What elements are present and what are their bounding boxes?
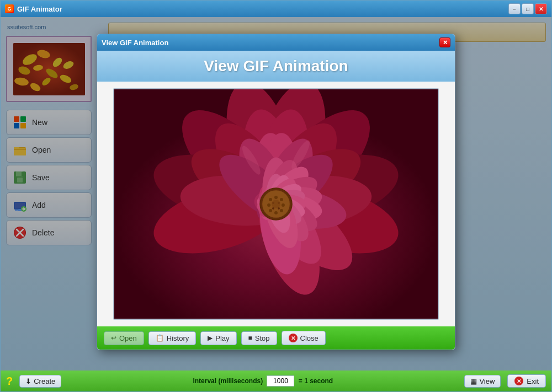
exit-label: Exit — [527, 377, 539, 385]
modal-close-footer-button[interactable]: ✕ Close — [282, 331, 326, 345]
exit-x-icon: ✕ — [514, 377, 523, 385]
modal-play-label: Play — [215, 334, 229, 342]
open-btn-icon: ↩ — [111, 334, 116, 342]
view-button[interactable]: ▦ View — [464, 375, 501, 388]
app-title: GIF Animator — [17, 5, 508, 13]
svg-point-95 — [282, 203, 285, 207]
modal-body — [97, 82, 455, 326]
stop-btn-icon: ■ — [248, 334, 252, 342]
create-label: Create — [34, 377, 55, 385]
view-icon: ▦ — [470, 377, 477, 385]
svg-point-94 — [280, 198, 283, 201]
minimize-button[interactable]: − — [508, 3, 521, 14]
modal-stop-button[interactable]: ■ Stop — [241, 331, 277, 345]
close-x-icon: ✕ — [289, 334, 298, 342]
modal-header: View GIF Animation — [97, 51, 455, 82]
close-button[interactable]: ✕ — [535, 3, 547, 14]
modal-header-title: View GIF Animation — [97, 57, 455, 75]
svg-point-98 — [269, 209, 272, 212]
modal-open-label: Open — [119, 334, 137, 342]
modal-footer: ↩ Open 📋 History ▶ Play ■ Stop — [97, 326, 455, 350]
window-controls: − □ ✕ — [508, 3, 547, 14]
app-icon: G — [5, 4, 14, 13]
modal-dialog: View GIF Animation ✕ View GIF Animation — [97, 34, 455, 350]
modal-history-button[interactable]: 📋 History — [148, 331, 196, 345]
svg-point-104 — [272, 200, 280, 208]
svg-point-92 — [269, 198, 272, 201]
main-window: G GIF Animator − □ ✕ GIF Animator ssuite… — [0, 0, 552, 392]
modal-stop-label: Stop — [255, 334, 270, 342]
history-btn-icon: 📋 — [156, 334, 164, 342]
modal-play-button[interactable]: ▶ Play — [200, 331, 236, 345]
exit-button[interactable]: ✕ Exit — [507, 374, 546, 388]
maximize-button[interactable]: □ — [522, 3, 534, 14]
title-bar: G GIF Animator − □ ✕ — [1, 1, 551, 17]
modal-title: View GIF Animation — [102, 39, 439, 47]
create-button[interactable]: ⬇ Create — [19, 375, 61, 388]
content-area: GIF Animator ssuitesoft.com — [1, 17, 551, 370]
interval-label: Interval (milliseconds) = 1 second — [68, 375, 458, 386]
modal-close-button[interactable]: ✕ — [439, 37, 450, 47]
flower-frame — [113, 88, 439, 320]
bottom-bar: ? ⬇ Create Interval (milliseconds) = 1 s… — [1, 370, 551, 391]
modal-close-footer-label: Close — [300, 334, 319, 342]
svg-point-97 — [274, 211, 278, 214]
view-label: View — [479, 377, 495, 385]
play-btn-icon: ▶ — [208, 334, 213, 342]
modal-history-label: History — [167, 334, 189, 342]
modal-overlay: View GIF Animation ✕ View GIF Animation — [1, 17, 551, 370]
create-arrow-icon: ⬇ — [25, 377, 31, 385]
svg-text:G: G — [7, 6, 11, 12]
svg-point-96 — [280, 209, 283, 212]
svg-point-99 — [267, 203, 270, 207]
help-button[interactable]: ? — [6, 375, 13, 388]
modal-title-bar: View GIF Animation ✕ — [97, 34, 455, 51]
modal-open-button[interactable]: ↩ Open — [104, 331, 144, 345]
svg-point-93 — [274, 196, 278, 199]
interval-input[interactable] — [267, 375, 294, 386]
